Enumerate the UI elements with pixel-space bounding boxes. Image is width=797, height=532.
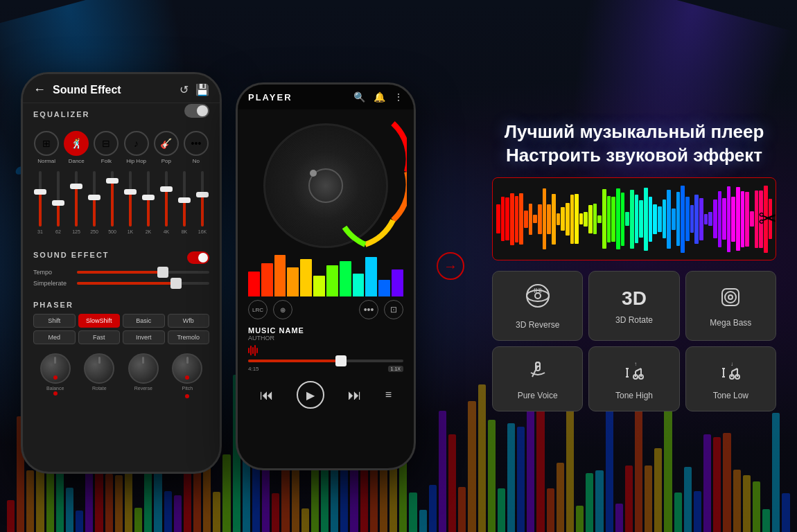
preset-more[interactable]: ••• No <box>183 131 209 164</box>
phaser-med[interactable]: Med <box>33 330 76 344</box>
knob-rotate-control[interactable] <box>84 353 114 384</box>
eq-band-62[interactable]: 62 <box>51 171 65 234</box>
phaser-shift[interactable]: Shift <box>33 314 76 328</box>
eq-thumb-8k[interactable] <box>178 197 191 203</box>
viz-bar <box>261 263 273 296</box>
spectrum-bar <box>593 204 597 234</box>
viz-bar <box>378 280 390 296</box>
viz-bar <box>392 269 403 296</box>
play-button[interactable]: ▶ <box>297 381 324 409</box>
spectrum-bar <box>566 203 570 236</box>
bell-icon[interactable]: 🔔 <box>374 91 385 103</box>
svg-text:((·)): ((·)) <box>534 287 541 293</box>
share-button[interactable]: ⊡ <box>384 300 403 319</box>
eq-thumb-250[interactable] <box>88 195 100 200</box>
preset-pop[interactable]: 🎸 Pop <box>153 131 179 164</box>
knob-pitch-control[interactable] <box>172 353 202 384</box>
eq-band-1k[interactable]: 1K <box>123 171 137 234</box>
spectrum-bars <box>493 178 776 260</box>
knob-reverse-control[interactable] <box>128 353 159 384</box>
phaser-wfb[interactable]: Wfb <box>168 314 210 328</box>
eq-thumb-1k[interactable] <box>124 189 137 195</box>
speed-badge[interactable]: 1.1X <box>388 366 403 372</box>
playlist-button[interactable]: ≡ <box>385 389 392 401</box>
phaser-slowshift[interactable]: SlowShift <box>78 314 121 328</box>
feature-label-pure-voice: Pure Voice <box>518 391 558 400</box>
viz-bar <box>326 265 338 296</box>
svg-point-2 <box>535 293 541 299</box>
feature-tone-low[interactable]: ↓ Tone Low <box>685 346 776 411</box>
eq-thumb-16k[interactable] <box>196 192 209 197</box>
phaser-fast[interactable]: Fast <box>78 330 121 344</box>
knob-balance-control[interactable] <box>40 353 71 384</box>
spectrum-bar <box>496 204 500 233</box>
eq-thumb-2k[interactable] <box>142 195 155 200</box>
equalizer-toggle[interactable] <box>184 104 209 118</box>
menu-icon[interactable]: ⋮ <box>394 91 403 103</box>
progress-section: 4:15 1.1X <box>238 356 414 375</box>
sound-effect-section: SOUND EFFECT Tempo Simpelerate <box>23 247 220 294</box>
phaser-basic[interactable]: Basic <box>123 314 165 328</box>
eq-thumb-31[interactable] <box>34 189 46 195</box>
progress-track[interactable] <box>248 360 403 362</box>
preset-normal[interactable]: ⊞ Normal <box>33 131 60 164</box>
eq-band-31[interactable]: 31 <box>33 171 47 234</box>
annotation-button[interactable]: ⊕ <box>273 300 292 319</box>
sound-effect-toggle[interactable] <box>187 251 209 264</box>
tempo-track[interactable] <box>77 271 209 274</box>
preset-dance[interactable]: 🕺 Dance <box>63 131 89 164</box>
feature-tone-high[interactable]: ↑ Tone High <box>588 346 679 411</box>
next-button[interactable]: ⏭ <box>348 387 362 403</box>
3d-reverse-icon: ((·)) <box>524 282 552 314</box>
phone-header: ← Sound Effect ↺ 💾 <box>23 74 220 103</box>
search-icon[interactable]: 🔍 <box>353 91 365 103</box>
eq-band-125[interactable]: 125 <box>69 171 83 234</box>
spectrum-bar <box>736 187 740 251</box>
eq-band-4k[interactable]: 4K <box>159 171 173 234</box>
eq-track-2k <box>147 171 150 227</box>
eq-thumb-125[interactable] <box>70 184 82 189</box>
dots-button[interactable]: ••• <box>359 300 378 319</box>
eq-fill-1k <box>129 193 132 227</box>
tempo-thumb[interactable] <box>157 267 168 278</box>
lrc-button[interactable]: LRC <box>248 300 268 319</box>
prev-button[interactable]: ⏮ <box>260 387 274 403</box>
eq-track-4k <box>165 171 168 227</box>
eq-thumb-500[interactable] <box>106 178 119 184</box>
simpelerate-thumb[interactable] <box>170 278 182 289</box>
eq-thumb-62[interactable] <box>52 200 64 206</box>
preset-folk[interactable]: ⊟ Folk <box>93 131 119 164</box>
eq-band-500[interactable]: 500 <box>105 171 119 234</box>
feature-pure-voice[interactable]: Pure Voice <box>492 346 583 411</box>
progress-thumb[interactable] <box>335 355 347 366</box>
eq-band-250[interactable]: 250 <box>87 171 101 234</box>
spectrum-bar <box>501 197 505 241</box>
eq-band-16k[interactable]: 16K <box>195 171 209 234</box>
spectrum-bar <box>519 193 523 245</box>
feature-3d-reverse[interactable]: ((·)) 3D Reverse <box>492 271 583 341</box>
eq-band-8k[interactable]: 8K <box>177 171 191 234</box>
phaser-tremolo[interactable]: Tremolo <box>168 330 210 344</box>
feature-mega-bass[interactable]: Mega Bass <box>685 271 776 341</box>
phaser-invert[interactable]: Invert <box>123 330 165 344</box>
viz-bar <box>300 259 312 296</box>
phone-equalizer: ← Sound Effect ↺ 💾 EQUALIZER <box>21 72 222 474</box>
back-icon[interactable]: ← <box>33 82 46 97</box>
eq-band-2k[interactable]: 2K <box>141 171 155 234</box>
eq-thumb-4k[interactable] <box>160 186 173 192</box>
main-text-block: Лучший музыкальный плеер Настроить звуко… <box>492 121 776 168</box>
simpelerate-track[interactable] <box>77 282 209 285</box>
feature-3d-rotate[interactable]: 3D 3D Rotate <box>588 271 679 341</box>
spectrum-bar <box>547 204 551 234</box>
preset-hiphop[interactable]: ♪ Hip Hop <box>123 131 150 164</box>
song-author: AUTHOR <box>248 335 403 342</box>
spectrum-bar <box>667 190 671 248</box>
eq-sliders: 31 62 125 <box>23 168 220 247</box>
spectrum-bar <box>635 195 639 243</box>
spectrum-bar <box>505 197 509 240</box>
eq-track-125 <box>75 171 78 227</box>
save-icon[interactable]: 💾 <box>195 83 209 96</box>
refresh-icon[interactable]: ↺ <box>179 83 189 96</box>
preset-label-normal: Normal <box>37 158 55 164</box>
preset-label-folk: Folk <box>101 158 112 164</box>
